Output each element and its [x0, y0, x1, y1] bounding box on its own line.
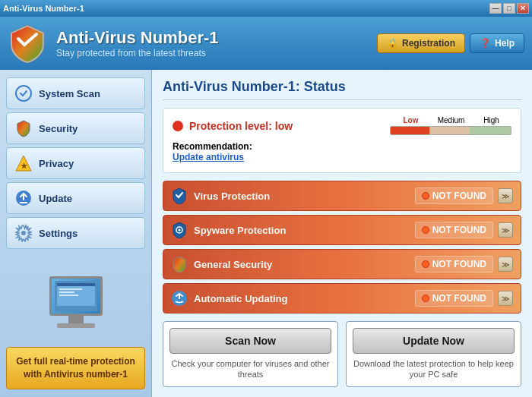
sidebar-item-system-scan[interactable]: System Scan [6, 77, 145, 109]
spyware-protection-icon [171, 222, 188, 238]
svg-rect-11 [59, 295, 78, 296]
warning-dot [422, 295, 429, 302]
status-badge: NOT FOUND [415, 256, 493, 273]
sidebar-item-settings[interactable]: Settings [6, 217, 145, 249]
privacy-icon: ★ [14, 154, 33, 172]
sidebar: System Scan Security ★ Privacy [0, 70, 152, 397]
status-item-label: Spyware Protection [194, 225, 415, 236]
status-item-automatic-updating[interactable]: Automatic Updating NOT FOUND ≫ [163, 283, 521, 314]
update-now-button[interactable]: Update Now [353, 328, 515, 354]
window-controls: — □ ✕ [489, 3, 529, 14]
sidebar-promo: Get full real-time protection with Antiv… [6, 347, 145, 389]
main-layout: System Scan Security ★ Privacy [0, 70, 532, 397]
status-badge: NOT FOUND [415, 222, 493, 238]
expand-button[interactable]: ≫ [498, 222, 513, 238]
svg-rect-10 [59, 291, 74, 293]
expand-button[interactable]: ≫ [498, 257, 513, 272]
update-description: Download the latest protection to help k… [353, 358, 515, 380]
expand-button[interactable]: ≫ [498, 188, 513, 203]
status-item-virus-protection[interactable]: Virus Protection NOT FOUND ≫ [163, 181, 521, 211]
app-logo [8, 24, 47, 63]
monitor-screen [49, 276, 103, 316]
action-buttons: Scan Now Check your computer for viruses… [163, 321, 521, 387]
level-bar-container: Low Medium High [390, 116, 511, 135]
app-title-group: Anti-Virus Number-1 Stay protected from … [56, 28, 368, 58]
expand-button[interactable]: ≫ [498, 291, 513, 306]
security-icon [14, 119, 33, 137]
virus-protection-icon [171, 187, 188, 204]
level-medium: Medium [431, 116, 471, 124]
svg-text:★: ★ [21, 162, 28, 170]
svg-rect-8 [57, 283, 95, 286]
settings-icon [14, 224, 33, 242]
system-scan-icon [14, 84, 33, 102]
automatic-updating-icon [171, 290, 188, 307]
level-low: Low [391, 116, 431, 124]
svg-point-13 [179, 229, 181, 232]
recommendation: Recommendation: Update antivirus [173, 141, 511, 162]
title-bar: Anti-Virus Number-1 — □ ✕ [0, 0, 532, 17]
monitor-stand [68, 316, 84, 323]
close-button[interactable]: ✕ [517, 3, 529, 14]
shield-icon [8, 24, 47, 63]
status-item-label: Automatic Updating [194, 293, 415, 304]
content-area: Anti-Virus Number-1: Status Protection l… [152, 70, 532, 397]
protection-level-text: Protection level: low [189, 120, 293, 132]
level-labels: Low Medium High [391, 116, 511, 124]
warning-dot [422, 192, 429, 200]
sidebar-item-label: Settings [39, 228, 78, 239]
status-item-spyware-protection[interactable]: Spyware Protection NOT FOUND ≫ [163, 215, 521, 245]
question-icon: ❓ [480, 38, 491, 49]
sidebar-item-security[interactable]: Security [6, 112, 145, 144]
status-item-label: Virus Protection [194, 191, 415, 202]
window-title: Anti-Virus Number-1 [3, 4, 84, 13]
sidebar-item-update[interactable]: Update [6, 182, 145, 214]
update-icon [14, 189, 33, 207]
scan-now-button[interactable]: Scan Now [169, 328, 331, 354]
maximize-button[interactable]: □ [503, 3, 515, 14]
level-bar [390, 126, 511, 135]
status-dot [173, 121, 183, 131]
warning-dot [422, 260, 429, 268]
screen-content [53, 279, 99, 313]
monitor-base [57, 323, 95, 328]
status-item-label: General Security [194, 259, 415, 270]
minimize-button[interactable]: — [489, 3, 502, 14]
update-antivirus-link[interactable]: Update antivirus [173, 152, 244, 162]
app-subtitle: Stay protected from the latest threats [56, 48, 368, 58]
page-title: Anti-Virus Number-1: Status [163, 79, 521, 100]
app-header: Anti-Virus Number-1 Stay protected from … [0, 17, 532, 70]
sidebar-item-label: Update [39, 193, 72, 204]
app-name: Anti-Virus Number-1 [56, 28, 368, 48]
help-button[interactable]: ❓ Help [470, 33, 524, 53]
level-bar-overlay [429, 127, 511, 134]
svg-point-5 [21, 231, 26, 235]
protection-row: Protection level: low Low Medium High [173, 116, 511, 135]
sidebar-item-label: Security [39, 123, 78, 134]
level-high: High [471, 116, 511, 124]
svg-point-0 [16, 86, 31, 101]
general-security-icon [171, 256, 188, 273]
computer-illustration [49, 276, 103, 328]
scan-group: Scan Now Check your computer for viruses… [163, 321, 338, 387]
sidebar-item-label: System Scan [39, 88, 100, 99]
header-buttons: 🔒 Registration ❓ Help [377, 33, 524, 53]
protection-panel: Protection level: low Low Medium High Re… [163, 108, 521, 173]
status-badge: NOT FOUND [415, 290, 493, 307]
sidebar-image-area [6, 260, 145, 344]
registration-button[interactable]: 🔒 Registration [377, 33, 465, 53]
status-item-general-security[interactable]: General Security NOT FOUND ≫ [163, 249, 521, 279]
sidebar-item-privacy[interactable]: ★ Privacy [6, 147, 145, 179]
scan-description: Check your computer for viruses and othe… [169, 358, 331, 380]
status-badge: NOT FOUND [415, 187, 493, 204]
sidebar-item-label: Privacy [39, 158, 74, 169]
update-group: Update Now Download the latest protectio… [346, 321, 521, 387]
status-items-list: Virus Protection NOT FOUND ≫ Spyware Pro… [163, 181, 521, 314]
svg-rect-9 [59, 288, 82, 290]
warning-dot [422, 226, 429, 234]
lock-icon: 🔒 [387, 38, 398, 49]
